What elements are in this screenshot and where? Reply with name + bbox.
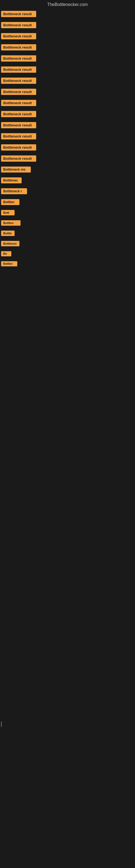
- list-item[interactable]: Bottleneck result: [0, 143, 135, 153]
- list-item[interactable]: Bottleneck result: [0, 42, 135, 53]
- list-item[interactable]: Bottlen: [0, 219, 135, 228]
- bottleneck-badge: Bottleneck result: [1, 144, 36, 151]
- list-item[interactable]: Bottleneck result: [0, 20, 135, 31]
- bottleneck-badge: Bottleneck r: [1, 188, 27, 194]
- bottleneck-badge: Bott: [1, 210, 14, 215]
- cursor-line: [1, 721, 2, 727]
- list-item[interactable]: Bottleneck result: [0, 65, 135, 75]
- bottleneck-badge: Bottleneck result: [1, 111, 36, 117]
- list-item[interactable]: Bottleneck result: [0, 54, 135, 64]
- list-item[interactable]: Bottle: [0, 229, 135, 239]
- list-item[interactable]: Bottleneck res: [0, 165, 135, 175]
- bottleneck-badge: Bottleneck res: [1, 166, 31, 173]
- list-item[interactable]: Bottleneck result: [0, 109, 135, 120]
- bottleneck-list: Bottleneck resultBottleneck resultBottle…: [0, 9, 135, 269]
- bottleneck-badge: Bottleneck result: [1, 11, 36, 17]
- bottleneck-badge: Bottleneck result: [1, 33, 36, 39]
- bottleneck-badge: Bottlen: [1, 199, 19, 205]
- bottleneck-badge: Bottleneck result: [1, 66, 36, 73]
- list-item[interactable]: Bottleneck result: [0, 87, 135, 98]
- bottleneck-badge: Bottlen: [1, 220, 20, 226]
- list-item[interactable]: Bo: [0, 250, 135, 259]
- list-item[interactable]: Bottleneck result: [0, 154, 135, 164]
- bottom-spacer: [0, 270, 135, 432]
- bottleneck-badge: Bottlen: [1, 261, 17, 267]
- list-item[interactable]: Bottleneck result: [0, 131, 135, 142]
- list-item[interactable]: Bottleneck result: [0, 31, 135, 42]
- bottleneck-badge: Bottleneck result: [1, 55, 36, 62]
- bottleneck-badge: Bottlenec: [1, 177, 21, 183]
- list-item[interactable]: Bottlen: [0, 259, 135, 269]
- list-item[interactable]: Bottlenec: [0, 176, 135, 186]
- list-item[interactable]: Bottleneck result: [0, 9, 135, 20]
- bottleneck-badge: Bottleneck result: [1, 122, 36, 128]
- bottleneck-badge: Bottleneck result: [1, 89, 36, 95]
- list-item[interactable]: Bott: [0, 208, 135, 218]
- list-item[interactable]: Bottleneck result: [0, 98, 135, 109]
- list-item[interactable]: Bottleneck result: [0, 120, 135, 131]
- list-item[interactable]: Bottleneck r: [0, 187, 135, 197]
- bottleneck-badge: Bottleneck result: [1, 100, 36, 106]
- bottleneck-badge: Bo: [1, 251, 11, 256]
- list-item[interactable]: Bottlen: [0, 197, 135, 208]
- bottleneck-badge: Bottleneck result: [1, 133, 36, 140]
- bottleneck-badge: Bottleneck result: [1, 22, 36, 28]
- list-item[interactable]: Bottleneck result: [0, 76, 135, 87]
- list-item[interactable]: Bottlenec: [0, 239, 135, 249]
- bottleneck-badge: Bottleneck result: [1, 44, 36, 51]
- bottleneck-badge: Bottlenec: [1, 241, 19, 246]
- bottleneck-badge: Bottleneck result: [1, 78, 36, 84]
- site-title: TheBottlenecker.com: [0, 0, 135, 9]
- bottleneck-badge: Bottleneck result: [1, 155, 36, 162]
- bottleneck-badge: Bottle: [1, 230, 14, 236]
